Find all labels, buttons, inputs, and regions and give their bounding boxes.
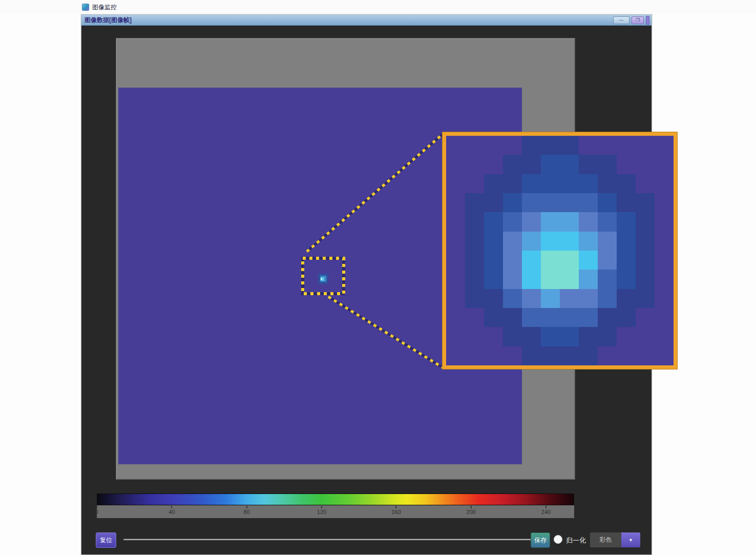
inset-pixel (446, 232, 465, 251)
spot-peak (321, 278, 322, 280)
inset-pixel (617, 174, 636, 193)
inset-pixel (541, 232, 560, 251)
inset-pixel (598, 270, 617, 289)
inset-pixel (655, 174, 674, 193)
inset-pixel (446, 136, 465, 155)
inset-pixel (465, 155, 484, 174)
inset-pixel (484, 174, 503, 193)
inset-pixel (636, 308, 655, 327)
inset-pixel (522, 327, 541, 346)
inset-pixel (655, 212, 674, 231)
inset-pixel (484, 232, 503, 251)
zoom-inset-pixel-grid (446, 136, 674, 365)
level-slider-track[interactable] (123, 539, 531, 540)
inset-pixel (598, 327, 617, 346)
inset-pixel (560, 346, 579, 365)
inset-pixel (503, 251, 522, 270)
inset-pixel (655, 308, 674, 327)
inset-pixel (522, 212, 541, 231)
inset-pixel (560, 232, 579, 251)
inset-pixel (579, 308, 598, 327)
tab-strip: 图像监控 (0, 0, 756, 14)
tab-image-monitor[interactable]: 图像监控 (82, 2, 117, 13)
inset-pixel (503, 327, 522, 346)
inset-pixel (484, 193, 503, 212)
inset-pixel (598, 136, 617, 155)
level-slider[interactable] (123, 537, 531, 542)
inset-pixel (465, 174, 484, 193)
inset-pixel (579, 193, 598, 212)
inset-pixel (541, 289, 560, 308)
window-title: 图像数据[图像帧] (81, 16, 132, 25)
inset-pixel (617, 327, 636, 346)
restore-button[interactable]: ❐ (632, 16, 644, 24)
colormap-select[interactable]: 彩色 ▼ (590, 532, 641, 548)
inset-pixel (465, 289, 484, 308)
inset-pixel (560, 155, 579, 174)
inset-pixel (560, 289, 579, 308)
inset-pixel (655, 232, 674, 251)
inset-pixel (503, 155, 522, 174)
inset-pixel (522, 174, 541, 193)
normalize-radio[interactable] (554, 535, 562, 544)
inset-pixel (636, 346, 655, 365)
minimize-icon: — (619, 17, 624, 23)
inset-pixel (465, 346, 484, 365)
save-button[interactable]: 保存 (531, 532, 550, 548)
inset-pixel (465, 136, 484, 155)
inset-pixel (636, 155, 655, 174)
inset-pixel (655, 155, 674, 174)
inset-pixel (560, 308, 579, 327)
inset-pixel (541, 155, 560, 174)
colorbar-tick-mark (171, 506, 172, 508)
inset-pixel (636, 193, 655, 212)
inset-pixel (541, 346, 560, 365)
inset-pixel (446, 155, 465, 174)
inset-pixel (598, 174, 617, 193)
inset-pixel (522, 193, 541, 212)
inset-pixel (484, 155, 503, 174)
inset-pixel (446, 270, 465, 289)
colorbar-tick-mark (545, 506, 547, 508)
inset-pixel (465, 232, 484, 251)
inset-pixel (522, 232, 541, 251)
colormap-value: 彩色 (590, 532, 621, 547)
inset-pixel (541, 212, 560, 231)
restore-icon: ❐ (636, 17, 640, 23)
inset-pixel (560, 193, 579, 212)
inset-pixel (617, 136, 636, 155)
colorbar-tick-mark (321, 506, 322, 508)
inset-pixel (541, 174, 560, 193)
page: 图像监控 图像数据[图像帧] — ❐ (0, 0, 756, 555)
window-titlebar[interactable]: 图像数据[图像帧] — ❐ (81, 15, 652, 26)
colorbar-tick-strip: 04080120160200240 (97, 505, 574, 518)
image-data-window: 图像数据[图像帧] — ❐ (81, 14, 652, 555)
chevron-down-icon[interactable]: ▼ (621, 532, 640, 547)
inset-pixel (655, 251, 674, 270)
inset-pixel (484, 289, 503, 308)
inset-pixel (579, 232, 598, 251)
inset-pixel (655, 136, 674, 155)
inset-pixel (655, 289, 674, 308)
colorbar-gradient (97, 494, 574, 505)
inset-pixel (636, 212, 655, 231)
inset-pixel (446, 346, 465, 365)
close-button-partial[interactable] (646, 16, 649, 25)
inset-pixel (503, 174, 522, 193)
inset-pixel (560, 251, 579, 270)
colorbar-tick-label: 200 (467, 509, 476, 515)
minimize-button[interactable]: — (613, 16, 629, 24)
colorbar-tick-label: 240 (541, 509, 551, 515)
inset-pixel (579, 270, 598, 289)
normalize-label: 归一化 (566, 536, 586, 545)
inset-pixel (522, 155, 541, 174)
colorbar-tick-mark (471, 506, 472, 508)
inset-pixel (579, 251, 598, 270)
inset-pixel (598, 251, 617, 270)
inset-pixel (598, 289, 617, 308)
inset-pixel (655, 270, 674, 289)
inset-pixel (522, 251, 541, 270)
reset-button[interactable]: 复位 (96, 532, 116, 548)
inset-pixel (598, 212, 617, 231)
inset-pixel (522, 270, 541, 289)
